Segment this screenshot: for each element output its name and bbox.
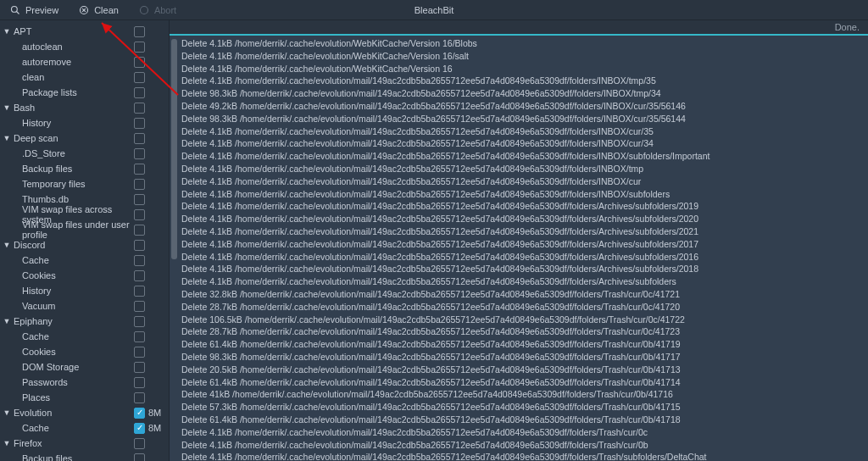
log-line: Delete 106.5kB /home/derrik/.cache/evolu… — [181, 314, 868, 326]
log-line: Delete 98.3kB /home/derrik/.cache/evolut… — [181, 113, 868, 125]
checkbox[interactable] — [134, 286, 145, 297]
category-row[interactable]: ▼APT — [0, 24, 169, 39]
log-line: Delete 61.4kB /home/derrik/.cache/evolut… — [181, 338, 868, 351]
checkbox[interactable] — [134, 347, 145, 358]
sidebar[interactable]: ▼APTautocleanautoremovecleanPackage list… — [0, 20, 170, 461]
log-line: Delete 4.1kB /home/derrik/.cache/evoluti… — [181, 175, 868, 188]
expand-arrow-icon[interactable]: ▼ — [2, 317, 12, 325]
checkbox[interactable] — [134, 72, 145, 83]
cleaner-item[interactable]: VIM swap files under user profile — [0, 222, 169, 237]
log-line: Delete 28.7kB /home/derrik/.cache/evolut… — [181, 301, 868, 314]
log-line: Delete 28.7kB /home/derrik/.cache/evolut… — [181, 325, 868, 338]
checkbox[interactable] — [134, 240, 145, 251]
expand-arrow-icon[interactable]: ▼ — [2, 103, 12, 112]
checkbox[interactable] — [134, 438, 145, 449]
checkbox[interactable] — [134, 225, 145, 236]
checkbox[interactable] — [134, 423, 145, 434]
cleaner-item[interactable]: clean — [0, 69, 169, 85]
log-line: Delete 4.1kB /home/derrik/.cache/evoluti… — [181, 125, 868, 138]
row-label: VIM swap files under user profile — [22, 219, 134, 240]
clean-button[interactable]: Clean — [69, 0, 129, 19]
cleaner-item[interactable]: Cookies — [0, 344, 169, 359]
checkbox[interactable] — [134, 148, 145, 159]
close-circle-icon — [79, 5, 89, 15]
checkbox[interactable] — [134, 103, 145, 114]
checkbox[interactable] — [134, 133, 145, 144]
cleaner-item[interactable]: Vacuum — [0, 298, 169, 314]
checkbox[interactable] — [134, 118, 145, 129]
cleaner-item[interactable]: Backup files — [0, 161, 169, 176]
checkbox[interactable] — [134, 87, 145, 98]
expand-arrow-icon[interactable]: ▼ — [2, 241, 12, 249]
log-line: Delete 4.1kB /home/derrik/.cache/evoluti… — [181, 275, 868, 288]
search-icon — [10, 5, 20, 15]
expand-arrow-icon[interactable]: ▼ — [2, 408, 12, 417]
row-label: Firefox — [12, 438, 134, 448]
expand-arrow-icon[interactable]: ▼ — [2, 134, 12, 142]
checkbox[interactable] — [134, 377, 145, 388]
checkbox[interactable] — [134, 209, 145, 220]
cleaner-item[interactable]: Cache — [0, 253, 169, 268]
checkbox[interactable] — [134, 57, 145, 68]
log-line: Delete 4.1kB /home/derrik/.cache/evoluti… — [181, 426, 868, 439]
log-panel[interactable]: Delete 4.1kB /home/derrik/.cache/evoluti… — [170, 36, 868, 461]
cleaner-item[interactable]: Cache8M — [0, 420, 169, 436]
preview-button[interactable]: Preview — [0, 0, 69, 19]
row-label: History — [22, 118, 134, 128]
checkbox[interactable] — [134, 301, 145, 312]
log-line: Delete 4.1kB /home/derrik/.cache/evoluti… — [181, 63, 868, 75]
cleaner-item[interactable]: Places — [0, 390, 169, 405]
checkbox[interactable] — [134, 316, 145, 327]
category-row[interactable]: ▼Epiphany — [0, 314, 169, 329]
checkbox[interactable] — [134, 26, 145, 37]
cleaner-item[interactable]: Cache — [0, 329, 169, 344]
row-label: autoremove — [22, 57, 134, 67]
row-label: History — [22, 286, 134, 296]
cleaner-item[interactable]: Cookies — [0, 268, 169, 283]
row-label: Cache — [22, 331, 134, 342]
main-panel: Done. Delete 4.1kB /home/derrik/.cache/e… — [170, 20, 868, 461]
row-label: clean — [22, 72, 134, 82]
log-line: Delete 4.1kB /home/derrik/.cache/evoluti… — [181, 200, 868, 213]
category-row[interactable]: ▼Firefox — [0, 436, 169, 451]
row-label: Bash — [12, 103, 134, 113]
expand-arrow-icon[interactable]: ▼ — [2, 439, 12, 447]
cleaner-item[interactable]: Backup files — [0, 451, 169, 461]
checkbox[interactable] — [134, 164, 145, 175]
log-line: Delete 98.3kB /home/derrik/.cache/evolut… — [181, 351, 868, 364]
row-label: autoclean — [22, 42, 134, 52]
cleaner-item[interactable]: History — [0, 115, 169, 131]
app-title: BleachBit — [415, 5, 453, 15]
checkbox[interactable] — [134, 331, 145, 342]
category-row[interactable]: ▼Deep scan — [0, 131, 169, 146]
log-line: Delete 4.1kB /home/derrik/.cache/evoluti… — [181, 163, 868, 175]
row-label: Package lists — [22, 87, 134, 97]
cleaner-item[interactable]: DOM Storage — [0, 359, 169, 375]
cleaner-item[interactable]: autoclean — [0, 39, 169, 54]
cleaner-item[interactable]: History — [0, 283, 169, 298]
checkbox[interactable] — [134, 179, 145, 190]
category-row[interactable]: ▼Evolution8M — [0, 405, 169, 420]
scrollbar-thumb[interactable] — [171, 39, 177, 259]
checkbox[interactable] — [134, 362, 145, 373]
category-row[interactable]: ▼Bash — [0, 100, 169, 115]
checkbox[interactable] — [134, 392, 145, 403]
cleaner-item[interactable]: Temporary files — [0, 176, 169, 192]
log-line: Delete 4.1kB /home/derrik/.cache/evoluti… — [181, 188, 868, 201]
checkbox[interactable] — [134, 408, 145, 419]
checkbox[interactable] — [134, 42, 145, 53]
expand-arrow-icon[interactable]: ▼ — [2, 27, 12, 36]
cleaner-item[interactable]: Package lists — [0, 85, 169, 100]
checkbox[interactable] — [134, 255, 145, 266]
body: ▼APTautocleanautoremovecleanPackage list… — [0, 20, 868, 461]
row-label: DOM Storage — [22, 362, 134, 372]
row-label: APT — [12, 26, 134, 36]
cleaner-item[interactable]: autoremove — [0, 54, 169, 69]
checkbox[interactable] — [134, 194, 145, 205]
category-row[interactable]: ▼Discord — [0, 237, 169, 253]
checkbox[interactable] — [134, 453, 145, 462]
row-label: Backup files — [22, 164, 134, 174]
checkbox[interactable] — [134, 270, 145, 281]
cleaner-item[interactable]: .DS_Store — [0, 146, 169, 161]
cleaner-item[interactable]: Passwords — [0, 375, 169, 390]
